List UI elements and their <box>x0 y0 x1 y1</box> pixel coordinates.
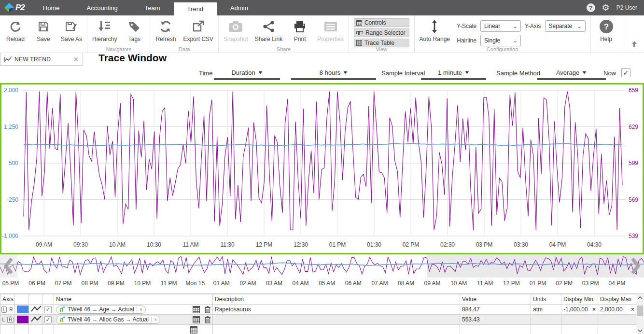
scroll-thumb[interactable] <box>637 306 643 316</box>
trace-color-swatch[interactable] <box>17 306 28 313</box>
save-as-icon <box>65 19 78 34</box>
right-axis-tick-label: 569 <box>629 196 638 203</box>
range-selector-chart[interactable] <box>0 254 644 278</box>
view-group-label: View <box>349 46 414 52</box>
help-group: ? Help <box>591 15 622 53</box>
range-axis-label: 09 AM <box>424 280 441 287</box>
trace-color-swatch[interactable] <box>17 316 28 323</box>
line-style-button[interactable] <box>29 305 42 315</box>
range-scroll-left-button[interactable] <box>0 254 17 278</box>
calculation-icon[interactable] <box>193 306 200 313</box>
axis-left-button[interactable]: L <box>1 317 6 322</box>
save-button[interactable]: Save <box>33 17 54 42</box>
range-axis-label: 06 AM <box>345 280 362 287</box>
clear-min-icon[interactable]: × <box>592 306 596 313</box>
trace-table: Axis Name Description Value Units Displa… <box>0 293 644 334</box>
main-chart-svg[interactable]: 2,0006591,250629500599-250569-1,00053909… <box>1 84 643 253</box>
y-scale-select[interactable]: Linear⌄ <box>480 20 521 32</box>
calculation-icon[interactable] <box>193 316 200 323</box>
range-selector-toggle[interactable]: Range Selector <box>354 28 409 37</box>
remove-trace-icon[interactable]: × <box>137 306 142 312</box>
clear-max-icon[interactable]: × <box>631 306 634 313</box>
chevron-down-icon: ⌄ <box>576 24 582 29</box>
hairline-select[interactable]: Single⌄ <box>480 35 521 46</box>
duration-dropdown[interactable]: 8 hours▼ <box>291 67 376 80</box>
range-selector-icon <box>356 30 363 35</box>
calculation-icon[interactable] <box>190 326 197 334</box>
hierarchy-button[interactable]: Hierarchy <box>92 17 117 42</box>
tag-pill[interactable]: TWell 46 → Age → Actual × <box>56 306 146 314</box>
arrow-up-icon <box>631 41 637 47</box>
scroll-track[interactable] <box>636 302 644 327</box>
file-group: Reload Save Save As <box>0 15 87 53</box>
close-icon[interactable]: ✕ <box>73 56 79 63</box>
share-link-button[interactable]: Share Link <box>255 17 282 42</box>
reload-button[interactable]: Reload <box>5 17 26 42</box>
help-circle-icon: ? <box>599 19 614 34</box>
time-mode-dropdown[interactable]: Duration▼ <box>214 67 280 80</box>
sample-method-dropdown[interactable]: Average▼ <box>537 67 606 80</box>
scroll-down-icon[interactable] <box>636 327 644 334</box>
p2-diamond-icon <box>4 2 14 13</box>
y-axis-select[interactable]: Separate⌄ <box>545 20 586 32</box>
tag-pill[interactable]: TWell 46 → Alloc Gas → Actual × <box>56 316 160 324</box>
print-button[interactable]: Print <box>289 17 310 42</box>
x-axis-tick-label: 12:30 <box>294 241 308 248</box>
export-icon <box>192 19 205 34</box>
x-axis-tick-label: 09:30 <box>73 241 88 248</box>
export-csv-button[interactable]: Export CSV <box>183 17 213 42</box>
user-name[interactable]: P2 User <box>616 4 637 11</box>
range-axis-label: 03 PM <box>582 280 599 287</box>
right-axis-tick-label: 539 <box>629 233 638 239</box>
tab-new-trend[interactable]: NEW TREND ✕ <box>0 53 83 66</box>
trace-row-alloc-gas: L R ✓ <box>0 315 637 325</box>
age-trace-line <box>24 143 622 146</box>
nav-tab-team[interactable]: Team <box>131 0 174 15</box>
visible-checkbox[interactable]: ✓ <box>44 316 52 323</box>
gear-icon[interactable]: ⚙ <box>602 3 610 12</box>
display-min-value[interactable]: -1,000.00 <box>563 306 588 313</box>
chevron-left-icon <box>3 257 14 275</box>
nav-tab-trend[interactable]: Trend <box>174 2 217 15</box>
range-axis-label: 09 PM <box>108 280 125 287</box>
tags-button[interactable]: Tags <box>124 17 145 42</box>
nav-tab-accounting[interactable]: Accounting <box>73 0 131 15</box>
auto-range-button[interactable]: Auto Range <box>420 17 450 42</box>
navbar-right: ? ⚙ P2 User <box>587 0 644 15</box>
axis-left-button[interactable]: L <box>1 306 7 313</box>
sample-interval-label: Sample Interval <box>381 70 425 77</box>
refresh-button[interactable]: Refresh <box>155 17 176 42</box>
delete-trace-icon[interactable] <box>205 306 210 313</box>
trace-units <box>531 315 561 325</box>
configuration-controls: Y-Scale Linear⌄ Y-Axis Separate⌄ Hairlin… <box>457 17 586 46</box>
save-as-button[interactable]: Save As <box>61 17 82 42</box>
col-visible <box>42 294 54 305</box>
chevron-down-icon: ▼ <box>342 70 349 75</box>
line-style-button[interactable] <box>29 315 42 325</box>
range-scroll-right-button[interactable] <box>627 254 644 278</box>
delete-trace-icon[interactable] <box>205 316 210 323</box>
display-max-value[interactable]: 2,000.00 <box>600 306 623 313</box>
nav-tab-home[interactable]: Home <box>29 0 73 15</box>
help-icon[interactable]: ? <box>587 3 595 12</box>
configuration-group: Auto Range Y-Scale Linear⌄ Y-Axis Separa… <box>415 15 591 53</box>
col-value: Value <box>460 294 531 305</box>
sample-interval-dropdown[interactable]: 1 minute▼ <box>421 67 486 80</box>
share-icon <box>263 19 275 34</box>
collapse-ribbon-button[interactable] <box>631 40 637 49</box>
axis-right-button[interactable]: R <box>8 307 14 312</box>
remove-trace-icon[interactable]: × <box>151 317 157 322</box>
table-scrollbar[interactable] <box>636 294 644 334</box>
range-selector[interactable] <box>0 254 644 278</box>
help-button[interactable]: ? Help <box>596 17 617 42</box>
nav-tab-admin[interactable]: Admin <box>217 0 262 15</box>
range-axis-label: 06 PM <box>28 280 45 287</box>
right-axis-tick-label: 659 <box>629 87 638 94</box>
axis-right-button[interactable]: R <box>7 317 14 323</box>
now-checkbox[interactable]: ✓ <box>621 68 630 77</box>
range-axis-label: 05 PM <box>2 280 19 287</box>
controls-toggle[interactable]: Controls <box>354 18 409 27</box>
trace-window-chart[interactable]: 2,0006591,250629500599-250569-1,00053909… <box>0 83 644 254</box>
visible-checkbox[interactable]: ✓ <box>44 306 52 313</box>
scroll-up-icon[interactable] <box>636 294 644 302</box>
